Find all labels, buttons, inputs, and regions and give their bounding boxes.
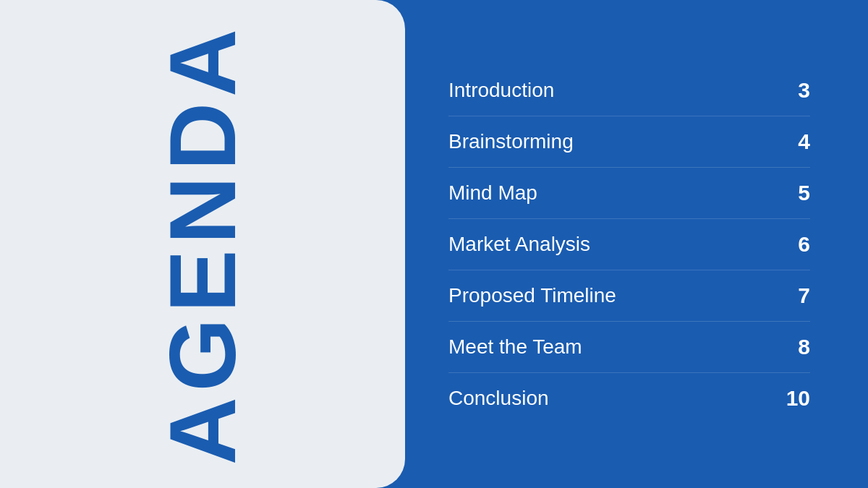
agenda-item: Meet the Team8 bbox=[448, 322, 810, 373]
agenda-item: Market Analysis6 bbox=[448, 219, 810, 270]
agenda-item-label: Proposed Timeline bbox=[448, 284, 616, 307]
right-panel: Introduction3Brainstorming4Mind Map5Mark… bbox=[405, 0, 868, 488]
agenda-item-number: 5 bbox=[781, 181, 810, 205]
agenda-item-label: Mind Map bbox=[448, 181, 537, 205]
agenda-item-number: 6 bbox=[781, 232, 810, 257]
agenda-item: Introduction3 bbox=[448, 65, 810, 116]
agenda-item-label: Conclusion bbox=[448, 387, 549, 410]
agenda-item: Proposed Timeline7 bbox=[448, 270, 810, 322]
agenda-item: Conclusion10 bbox=[448, 373, 810, 424]
agenda-item-number: 4 bbox=[781, 129, 810, 154]
agenda-item-label: Meet the Team bbox=[448, 335, 582, 359]
agenda-list: Introduction3Brainstorming4Mind Map5Mark… bbox=[448, 65, 810, 424]
agenda-item-number: 7 bbox=[781, 283, 810, 308]
agenda-title: AGENDA bbox=[156, 23, 250, 465]
agenda-item: Brainstorming4 bbox=[448, 116, 810, 168]
left-panel: AGENDA bbox=[0, 0, 405, 488]
agenda-item-label: Introduction bbox=[448, 79, 554, 102]
agenda-item-label: Brainstorming bbox=[448, 130, 574, 153]
slide: AGENDA Introduction3Brainstorming4Mind M… bbox=[0, 0, 868, 488]
agenda-item-number: 8 bbox=[781, 335, 810, 359]
agenda-item-number: 3 bbox=[781, 78, 810, 103]
agenda-item: Mind Map5 bbox=[448, 168, 810, 219]
agenda-item-number: 10 bbox=[781, 386, 810, 411]
agenda-item-label: Market Analysis bbox=[448, 233, 590, 256]
